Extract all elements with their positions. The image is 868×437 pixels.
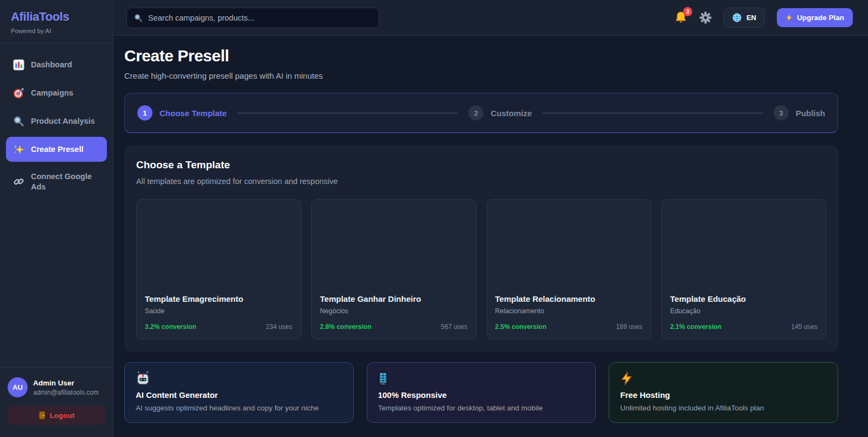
lightning-icon [620, 371, 827, 385]
template-conversion: 2.8% conversion [320, 323, 372, 331]
brand-logo: AfiliaTools [11, 10, 102, 24]
globe-icon [732, 13, 742, 22]
step-connector [237, 112, 458, 114]
step-number: 3 [774, 105, 789, 121]
upgrade-plan-label: Upgrade Plan [797, 14, 844, 22]
sidebar-nav: Dashboard Campaigns Product Analysis Cre… [0, 43, 113, 367]
sidebar-item-dashboard[interactable]: Dashboard [6, 52, 107, 77]
template-conversion: 2.5% conversion [495, 323, 547, 331]
template-category: Saúde [145, 307, 292, 315]
template-category: Negócios [320, 307, 468, 315]
step-customize: 2 Customize [468, 105, 532, 121]
template-card-educacao[interactable]: Template Educação Educação 2.1% conversi… [661, 199, 826, 339]
step-label: Customize [490, 109, 532, 118]
feature-free-hosting: Free Hosting Unlimited hosting included … [609, 362, 838, 423]
template-card-relacionamento[interactable]: Template Relacionamento Relacionamento 2… [487, 199, 652, 339]
sidebar-item-label: Create Presell [31, 144, 84, 155]
page-subtitle: Create high-converting presell pages wit… [124, 71, 838, 80]
feature-description: Templates optimized for desktop, tablet … [378, 404, 585, 412]
upgrade-plan-button[interactable]: Upgrade Plan [777, 8, 853, 27]
template-conversion: 3.2% conversion [145, 323, 196, 331]
template-card-emagrecimento[interactable]: Template Emagrecimento Saúde 3.2% conver… [136, 199, 301, 339]
template-name: Template Emagrecimento [145, 294, 292, 303]
page-title: Create Presell [124, 47, 838, 65]
sidebar-item-label: Dashboard [31, 60, 72, 70]
bar-chart-icon [12, 59, 24, 71]
template-uses: 145 uses [791, 323, 818, 331]
template-name: Template Relacionamento [495, 294, 643, 303]
lightning-icon [786, 14, 793, 22]
notification-badge: 3 [683, 7, 692, 16]
template-category: Educação [670, 307, 818, 315]
gear-icon [699, 11, 712, 24]
app-window: AfiliaTools Powered by AI Dashboard Camp… [0, 0, 868, 437]
feature-title: 100% Responsive [378, 390, 585, 400]
template-uses: 234 uses [266, 323, 292, 331]
feature-title: AI Content Generator [136, 390, 342, 400]
template-panel: Choose a Template All templates are opti… [124, 146, 838, 351]
sidebar-item-label: Connect Google Ads [31, 172, 100, 192]
brand-tagline: Powered by AI [11, 28, 102, 34]
settings-button[interactable] [699, 11, 712, 24]
logout-button[interactable]: Logout [8, 406, 105, 425]
user-name: Admin User [33, 379, 99, 387]
topbar: 3 EN Upgrade Plan [113, 0, 868, 36]
language-selector[interactable]: EN [724, 8, 765, 28]
language-label: EN [746, 14, 756, 22]
sidebar-item-connect-google-ads[interactable]: Connect Google Ads [6, 165, 107, 199]
avatar: AU [8, 377, 28, 397]
magnifier-icon [12, 115, 24, 127]
step-publish: 3 Publish [774, 105, 825, 121]
wizard-stepper: 1 Choose Template 2 Customize 3 Publish [124, 93, 838, 133]
sparkles-icon [12, 143, 24, 155]
main-area: 3 EN Upgrade Plan [113, 0, 868, 437]
step-number: 2 [468, 105, 483, 121]
door-icon [39, 411, 46, 420]
sidebar-item-create-presell[interactable]: Create Presell [6, 137, 107, 162]
sidebar-item-campaigns[interactable]: Campaigns [6, 80, 107, 105]
template-uses: 567 uses [441, 323, 468, 331]
sidebar-item-label: Product Analysis [31, 116, 95, 126]
user-email: admin@afiliatools.com [33, 389, 99, 396]
step-number: 1 [137, 105, 152, 121]
feature-responsive: 100% Responsive Templates optimized for … [367, 362, 596, 423]
template-card-ganhar-dinheiro[interactable]: Template Ganhar Dinheiro Negócios 2.8% c… [311, 199, 476, 339]
feature-description: Unlimited hosting included in AfiliaTool… [620, 404, 827, 412]
template-panel-title: Choose a Template [136, 159, 826, 171]
brand-header: AfiliaTools Powered by AI [0, 0, 113, 43]
search-icon [134, 14, 143, 22]
feature-cards: AI Content Generator AI suggests optimiz… [124, 362, 838, 423]
step-choose-template: 1 Choose Template [137, 105, 227, 121]
template-panel-subtitle: All templates are optimized for conversi… [136, 177, 826, 186]
step-connector [542, 112, 763, 114]
feature-ai-content-generator: AI Content Generator AI suggests optimiz… [124, 362, 354, 423]
sidebar: AfiliaTools Powered by AI Dashboard Camp… [0, 0, 113, 437]
template-uses: 189 uses [616, 323, 643, 331]
template-grid: Template Emagrecimento Saúde 3.2% conver… [136, 199, 826, 339]
template-name: Template Educação [670, 294, 818, 303]
template-conversion: 2.1% conversion [670, 323, 722, 331]
step-label: Publish [796, 109, 825, 118]
feature-title: Free Hosting [620, 390, 827, 400]
notifications-button[interactable]: 3 [674, 11, 687, 25]
user-section: AU Admin User admin@afiliatools.com Logo… [0, 367, 113, 437]
step-label: Choose Template [159, 109, 227, 118]
logout-label: Logout [50, 411, 75, 420]
feature-description: AI suggests optimized headlines and copy… [136, 404, 342, 412]
link-icon [12, 176, 24, 188]
target-icon [12, 87, 24, 99]
sidebar-item-label: Campaigns [31, 88, 73, 98]
page-content: Create Presell Create high-converting pr… [113, 36, 868, 437]
template-category: Relacionamento [495, 307, 643, 315]
sidebar-item-product-analysis[interactable]: Product Analysis [6, 109, 107, 134]
search-input[interactable] [148, 14, 372, 22]
search-box[interactable] [126, 8, 379, 28]
mobile-phone-icon [378, 371, 585, 385]
template-name: Template Ganhar Dinheiro [320, 294, 468, 303]
robot-icon [136, 371, 342, 385]
